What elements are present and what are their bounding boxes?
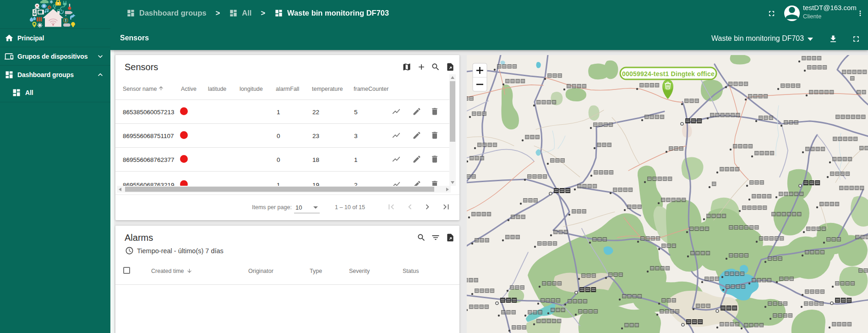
svg-text:00059924-test1 Dingtek office: 00059924-test1 Dingtek office	[622, 70, 715, 78]
